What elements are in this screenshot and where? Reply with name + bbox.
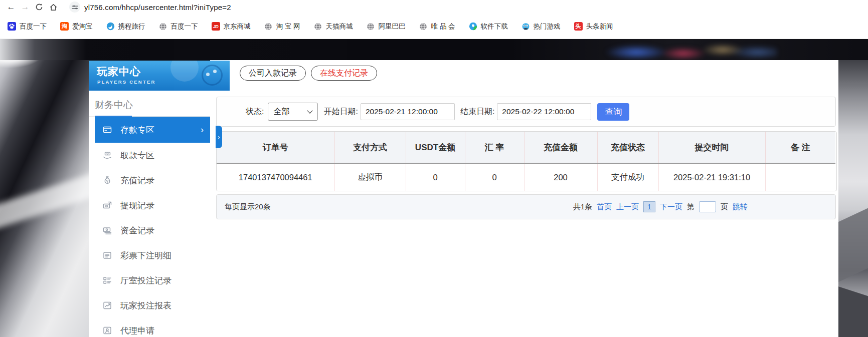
- sidebar-item-label: 代理申请: [120, 325, 154, 336]
- sidebar-item-withdraw-records[interactable]: 提现记录: [89, 193, 210, 218]
- sidebar-item-player-bet-report[interactable]: 玩家投注报表: [89, 293, 210, 318]
- banknotes-icon: [103, 226, 112, 235]
- jump-page-input[interactable]: [699, 201, 716, 212]
- sidebar-item-label: 彩票下注明细: [120, 250, 171, 261]
- jump-link[interactable]: 跳转: [733, 202, 748, 212]
- sidebar-item-label: 提现记录: [120, 200, 154, 211]
- sidebar-item-label: 取款专区: [120, 150, 154, 161]
- site-settings-icon[interactable]: [69, 2, 80, 13]
- bookmarks-bar: 百度一下 淘 爱淘宝 携程旅行 百度一下 JD 京东商城 淘 宝 网 天猫商城: [0, 14, 868, 39]
- receipt-list-icon: [103, 251, 112, 260]
- end-date-input[interactable]: [497, 103, 591, 120]
- bookmark-ctrip[interactable]: 携程旅行: [106, 22, 145, 31]
- cell-submit-time: 2025-02-21 19:31:10: [658, 163, 765, 191]
- bookmark-baidu[interactable]: 百度一下: [8, 22, 47, 31]
- home-icon[interactable]: [46, 1, 60, 13]
- sidebar-item-agent-apply[interactable]: 代理申请: [89, 318, 210, 337]
- col-exchange-rate: 汇 率: [465, 132, 524, 163]
- bookmark-label: 头条新闻: [586, 22, 613, 31]
- sidebar-collapse-handle[interactable]: ›: [216, 126, 222, 148]
- taobao-icon: 淘: [60, 22, 69, 31]
- status-select[interactable]: 全部: [268, 103, 318, 121]
- banner-decor-circle: [170, 61, 199, 82]
- current-page-badge: 1: [643, 201, 655, 212]
- bookmark-jd[interactable]: JD 京东商城: [212, 22, 251, 31]
- pager-controls: 共1条 首页 上一页 1 下一页 第 页 跳转: [569, 201, 748, 212]
- prev-page-link[interactable]: 上一页: [616, 202, 639, 212]
- chevron-right-icon: ›: [201, 125, 204, 135]
- col-pay-method: 支付方式: [334, 132, 406, 163]
- cell-recharge-status: 支付成功: [597, 163, 658, 191]
- content-panel: 公司入款记录 在线支付记录 状态: 全部 开始日期: 结束日期: 查询 › 订单…: [210, 60, 838, 337]
- globe-icon: [419, 22, 428, 31]
- bookmark-taobao-web[interactable]: 淘 宝 网: [264, 22, 300, 31]
- bookmark-vip[interactable]: 唯 品 会: [419, 22, 455, 31]
- sidebar-menu: 存款专区 › 取款专区 充值记录 提现记录 资金记录: [89, 117, 210, 337]
- cell-recharge-amount: 200: [524, 163, 597, 191]
- first-page-link[interactable]: 首页: [597, 202, 612, 212]
- ctrip-dolphin-icon: [106, 22, 115, 31]
- sidebar-section-title: 财务中心: [89, 91, 210, 117]
- bookmark-tmall[interactable]: 天猫商城: [314, 22, 353, 31]
- chart-report-icon: [103, 301, 112, 310]
- grid-list-icon: [103, 276, 112, 285]
- background-color-blur: [582, 39, 777, 63]
- banner-title: 玩家中心: [97, 65, 141, 79]
- col-remark: 备 注: [765, 132, 835, 163]
- cell-remark: [765, 163, 835, 191]
- bookmark-label: 京东商城: [224, 22, 251, 31]
- start-date-input[interactable]: [361, 103, 455, 120]
- url-text[interactable]: yl756.com/hhcp/usercenter.html?iniType=2: [84, 3, 231, 12]
- money-bag-icon: [103, 176, 112, 185]
- bookmark-alibaba[interactable]: 阿里巴巴: [367, 22, 406, 31]
- col-order-no: 订单号: [217, 132, 334, 163]
- col-recharge-amount: 充值金额: [524, 132, 597, 163]
- jump-suffix-text: 页: [721, 202, 728, 212]
- forward-icon[interactable]: →: [18, 1, 32, 13]
- bookmark-label: 携程旅行: [118, 22, 145, 31]
- table-header-row: 订单号 支付方式 USDT金额 汇 率 充值金额 充值状态 提交时间 备 注: [217, 132, 835, 163]
- status-select-value: 全部: [273, 107, 289, 117]
- sidebar-item-withdraw-zone[interactable]: 取款专区: [89, 143, 210, 168]
- jump-prefix-text: 第: [687, 202, 695, 212]
- next-page-link[interactable]: 下一页: [660, 202, 682, 212]
- bookmark-label: 阿里巴巴: [379, 22, 406, 31]
- bookmark-toutiao[interactable]: 头 头条新闻: [574, 22, 613, 31]
- sidebar-item-label: 充值记录: [120, 175, 154, 186]
- bookmark-label: 软件下载: [481, 22, 508, 31]
- sidebar-item-deposit-zone[interactable]: 存款专区 ›: [95, 117, 210, 143]
- bookmark-aitaobao[interactable]: 淘 爱淘宝: [60, 22, 93, 31]
- gamepad-icon: [202, 65, 223, 86]
- cell-order-no: 1740137470094461: [217, 163, 334, 191]
- col-submit-time: 提交时间: [658, 132, 765, 163]
- sidebar-item-label: 存款专区: [120, 124, 154, 136]
- bookmark-hot-games[interactable]: 热门游戏: [522, 22, 561, 31]
- sidebar-item-fund-records[interactable]: 资金记录: [89, 218, 210, 243]
- end-date-label: 结束日期:: [460, 107, 494, 117]
- toutiao-icon: 头: [574, 22, 583, 31]
- banner-subtitle: PLAYERS CENTER: [97, 79, 156, 85]
- sidebar-item-lottery-bet-details[interactable]: 彩票下注明细: [89, 243, 210, 268]
- tab-online-payment-records[interactable]: 在线支付记录: [311, 66, 377, 81]
- bookmark-label: 唯 品 会: [431, 22, 455, 31]
- back-icon[interactable]: ←: [4, 1, 18, 13]
- cell-exchange-rate: 0: [465, 163, 524, 191]
- total-count-text: 共1条: [573, 202, 592, 212]
- cell-usdt-amount: 0: [406, 163, 465, 191]
- sidebar-item-recharge-records[interactable]: 充值记录: [89, 168, 210, 193]
- browser-toolbar: ← → yl756.com/hhcp/usercenter.html?iniTy…: [0, 0, 868, 14]
- col-recharge-status: 充值状态: [597, 132, 658, 163]
- globe-icon: [264, 22, 273, 31]
- bookmark-baidu2[interactable]: 百度一下: [159, 22, 198, 31]
- sidebar-item-hall-bet-records[interactable]: 厅室投注记录: [89, 268, 210, 293]
- cell-pay-method: 虚拟币: [334, 163, 406, 191]
- table-row: 1740137470094461 虚拟币 0 0 200 支付成功 2025-0…: [217, 163, 835, 191]
- deposit-card-icon: [103, 125, 112, 134]
- players-center-banner: 玩家中心 PLAYERS CENTER: [89, 61, 230, 91]
- globe-icon: [159, 22, 167, 31]
- reload-icon[interactable]: [32, 1, 46, 13]
- bookmark-label: 百度一下: [20, 22, 47, 31]
- search-button[interactable]: 查询: [597, 103, 629, 121]
- tab-company-deposit-records[interactable]: 公司入款记录: [240, 66, 306, 81]
- bookmark-software-download[interactable]: 软件下载: [469, 22, 508, 31]
